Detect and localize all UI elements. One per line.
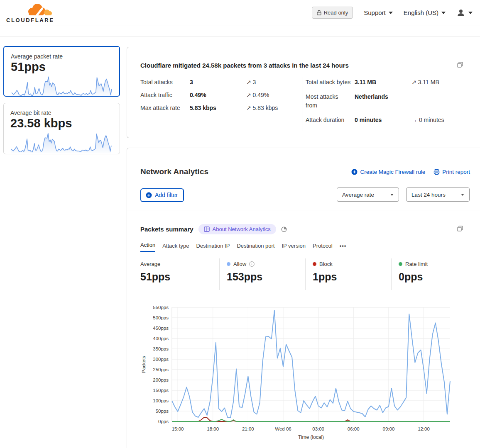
packets-summary-title: Packets summary <box>140 226 193 233</box>
stat-value: 1pps <box>313 271 391 283</box>
chevron-down-icon <box>461 194 464 196</box>
svg-text:350pps: 350pps <box>153 346 169 351</box>
series-color-dot <box>227 262 230 266</box>
plus-circle-icon <box>146 192 152 198</box>
network-analytics-title: Network Analytics <box>140 167 208 176</box>
svg-text:06:00: 06:00 <box>348 426 360 431</box>
chevron-down-icon <box>468 12 473 14</box>
secondary-bar <box>0 25 480 37</box>
svg-text:09:00: 09:00 <box>383 426 395 431</box>
info-icon[interactable] <box>249 261 255 267</box>
chevron-down-icon <box>389 12 393 14</box>
network-analytics-card: Network Analytics Create Magic Firewall … <box>127 148 480 448</box>
bit-rate-sparkline <box>10 131 113 156</box>
metric-card-value: 51pps <box>11 61 113 73</box>
svg-text:100pps: 100pps <box>153 398 169 403</box>
packets-stats-row: Average51ppsAllow153ppsBlock1ppsRate lim… <box>127 258 480 290</box>
packets-tabs: ActionAttack typeDestination IPDestinati… <box>140 242 346 252</box>
support-menu[interactable]: Support <box>364 9 393 16</box>
usage-clock-icon[interactable] <box>281 226 287 232</box>
svg-text:18:00: 18:00 <box>207 426 219 431</box>
summary-stat-row: Attack duration 0 minutes → 0 minutes <box>306 116 470 124</box>
copy-icon[interactable] <box>457 61 463 68</box>
svg-text:150pps: 150pps <box>153 388 169 393</box>
summary-stat-row: Attack traffic 0.49% ↗ 0.49% <box>140 91 303 100</box>
cloudflare-wordmark: CLOUDFLARE <box>6 17 54 23</box>
attack-summary-title: Cloudflare mitigated 24.58k packets from… <box>140 62 349 69</box>
read-only-badge: Read only <box>312 7 353 19</box>
copy-icon[interactable] <box>457 225 463 232</box>
metric-card-bit-rate[interactable]: Average bit rate 23.58 kbps <box>3 103 120 154</box>
stat-value: 51pps <box>140 271 219 283</box>
time-range-select[interactable]: Last 24 hours <box>406 187 470 202</box>
read-only-label: Read only <box>324 10 348 16</box>
svg-text:Packets: Packets <box>141 356 146 373</box>
stat-value: 0pps <box>399 271 477 283</box>
stat-allow: Allow153pps <box>219 258 305 290</box>
chevron-down-icon <box>441 12 446 14</box>
chevron-down-icon <box>390 194 394 196</box>
tab-protocol[interactable]: Protocol <box>313 243 333 252</box>
summary-stat-row: Total attacks 3 ↗ 3 <box>140 78 303 87</box>
svg-text:Wed 06: Wed 06 <box>275 426 291 431</box>
svg-text:50pps: 50pps <box>156 409 169 414</box>
metric-card-label: Average packet rate <box>11 53 113 60</box>
svg-text:12:00: 12:00 <box>418 426 430 431</box>
svg-text:200pps: 200pps <box>153 377 169 382</box>
add-filter-button[interactable]: Add filter <box>140 188 184 202</box>
summary-stat-row: Total attack bytes 3.11 MB ↗ 3.11 MB <box>306 78 470 87</box>
vertical-divider <box>303 77 303 131</box>
summary-right-column: Total attack bytes 3.11 MB ↗ 3.11 MB Mos… <box>306 78 470 129</box>
more-tabs-button[interactable]: ••• <box>340 243 347 252</box>
metric-card-label: Average bit rate <box>10 110 113 116</box>
print-report-link[interactable]: Print report <box>433 169 470 175</box>
tab-destination-ip[interactable]: Destination IP <box>196 243 230 252</box>
section-divider <box>127 210 480 210</box>
cloudflare-cloud-icon <box>25 3 54 17</box>
user-icon <box>456 8 465 17</box>
tab-destination-port[interactable]: Destination port <box>237 243 274 252</box>
stat-average: Average51pps <box>127 258 219 290</box>
top-navigation-bar: CLOUDFLARE Read only Support English (US… <box>0 0 480 25</box>
svg-text:0pps: 0pps <box>158 419 169 424</box>
svg-text:250pps: 250pps <box>153 367 169 372</box>
svg-text:Time (local): Time (local) <box>298 434 324 440</box>
metric-card-packet-rate[interactable]: Average packet rate 51pps <box>3 46 120 97</box>
lock-icon <box>317 10 321 15</box>
svg-text:400pps: 400pps <box>153 336 169 341</box>
stat-value: 153pps <box>227 271 305 283</box>
attack-summary-card: Cloudflare mitigated 24.58k packets from… <box>127 47 480 138</box>
about-network-analytics-pill[interactable]: About Network Analytics <box>198 224 276 234</box>
tab-action[interactable]: Action <box>140 242 155 252</box>
packets-time-series-chart[interactable]: 0pps50pps100pps150pps200pps250pps300pps3… <box>140 305 457 443</box>
svg-text:450pps: 450pps <box>153 326 169 331</box>
svg-text:21:00: 21:00 <box>242 426 254 431</box>
language-menu[interactable]: English (US) <box>404 9 446 16</box>
summary-stat-row: Max attack rate 5.83 kbps ↗ 5.83 kbps <box>140 104 303 112</box>
create-magic-firewall-rule-link[interactable]: Create Magic Firewall rule <box>351 169 425 175</box>
stat-block: Block1pps <box>305 258 391 290</box>
stat-rate-limit: Rate limit0pps <box>391 258 477 290</box>
svg-text:03:00: 03:00 <box>312 426 324 431</box>
series-color-dot <box>399 262 402 266</box>
tab-ip-version[interactable]: IP version <box>282 243 306 252</box>
summary-stat-row: Most attacks from Netherlands <box>306 93 470 110</box>
account-menu[interactable] <box>456 8 473 17</box>
metric-card-value: 23.58 kbps <box>10 117 113 129</box>
book-icon <box>204 226 210 232</box>
svg-text:15:00: 15:00 <box>172 426 184 431</box>
series-color-dot <box>313 262 316 266</box>
svg-text:300pps: 300pps <box>153 357 169 362</box>
plus-circle-icon <box>351 169 358 175</box>
svg-text:550pps: 550pps <box>153 305 169 310</box>
metric-select[interactable]: Average rate <box>337 187 399 202</box>
svg-text:500pps: 500pps <box>153 315 169 320</box>
summary-left-column: Total attacks 3 ↗ 3 Attack traffic 0.49%… <box>140 78 303 117</box>
packet-rate-sparkline <box>11 75 113 100</box>
cloudflare-logo[interactable]: CLOUDFLARE <box>6 2 56 23</box>
tab-attack-type[interactable]: Attack type <box>162 243 189 252</box>
printer-icon <box>433 169 440 175</box>
